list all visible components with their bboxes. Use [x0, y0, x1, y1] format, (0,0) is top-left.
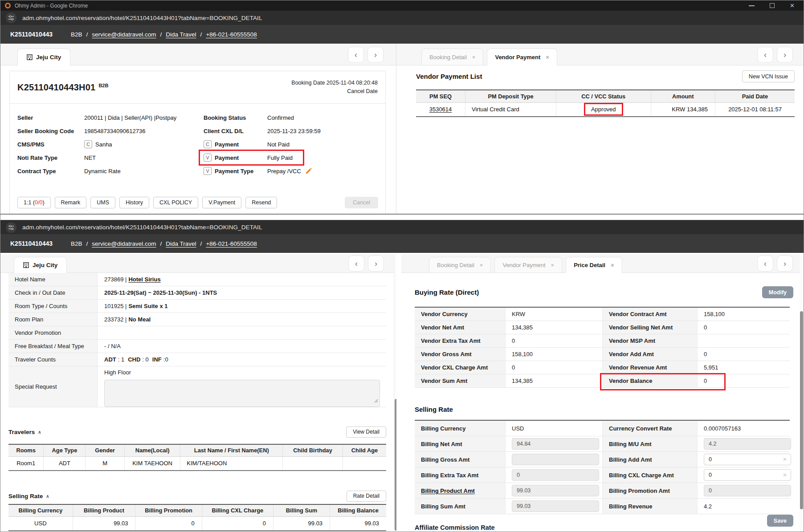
special-request-note: High Floor [104, 369, 131, 376]
b2b-badge: B2B [98, 83, 108, 88]
url-bar[interactable]: adm.ohmyhotel.com/reservation/hotel/K251… [0, 220, 804, 234]
billing-product-amt-input[interactable] [512, 485, 599, 496]
agency-name-link[interactable]: Dida Travel [166, 31, 196, 38]
window-title: Ohmy Admin - Google Chrome [15, 3, 88, 9]
billing-add-amt-label: Billing Add Amt [603, 452, 698, 467]
clear-input-icon[interactable]: ✕ [783, 456, 787, 463]
pager-buttons: ‹ › [757, 256, 793, 272]
tab-jeju-city[interactable]: Jeju City [17, 49, 70, 65]
tab-booking-detail[interactable]: Booking Detail × [421, 49, 483, 65]
close-icon[interactable]: ✕ [790, 3, 795, 8]
agency-email-link[interactable]: service@didatravel.com [92, 240, 156, 247]
edit-payment-type-icon[interactable] [305, 167, 312, 175]
next-page-button[interactable]: › [777, 256, 793, 272]
billing-cxl-charge-amt-input[interactable] [704, 469, 791, 481]
booking-header: K25110410443 B2B / service@didatravel.co… [0, 25, 804, 44]
billing-sum-amt-input[interactable] [512, 500, 599, 512]
next-page-button[interactable]: › [367, 47, 384, 63]
vcc-status-highlighted: Approved [584, 103, 623, 116]
save-button[interactable]: Save [767, 515, 793, 527]
left-scrollbar-track[interactable] [394, 254, 396, 532]
bottom-browser-content: Jeju City ‹ › Hotel Name 273869 | Hotel … [0, 254, 804, 532]
table-header-row: PM SEQ PM Deposit Type CC / VCC Status A… [416, 90, 795, 102]
billing-add-amt-input[interactable] [704, 454, 791, 465]
right-scrollbar-thumb[interactable] [800, 311, 803, 509]
tab-price-detail[interactable]: Price Detail × [566, 257, 622, 273]
collapse-icon[interactable]: ∧ [46, 494, 49, 499]
tab-close-icon[interactable]: × [480, 262, 483, 268]
prev-page-button[interactable]: ‹ [348, 256, 364, 272]
booking-number: K25110410443 [10, 240, 53, 247]
prev-page-button[interactable]: ‹ [757, 256, 773, 272]
special-request-textarea[interactable] [104, 380, 380, 407]
next-page-button[interactable]: › [777, 47, 793, 63]
billing-cxl-charge: 0 [202, 516, 273, 531]
v-payment-label: Payment [215, 154, 267, 161]
agency-email-link[interactable]: service@didatravel.com [92, 31, 156, 38]
agency-name-link[interactable]: Dida Travel [166, 240, 196, 247]
billing-product-amt-link[interactable]: Billing Product Amt [421, 487, 475, 494]
resend-button[interactable]: Resend [245, 197, 277, 208]
billing-mu-amt-input[interactable] [704, 438, 791, 450]
tab-close-icon[interactable]: × [551, 262, 555, 268]
vendor-payment-list-header: Vendor Payment List New VCN Issue [416, 70, 795, 82]
billing-extra-tax-amt-input[interactable] [512, 469, 599, 481]
v-payment-button[interactable]: V.Payment [202, 197, 241, 208]
prev-page-button[interactable]: ‹ [348, 47, 364, 63]
tab-booking-detail[interactable]: Booking Detail × [429, 257, 491, 273]
detail-tabstrip: Booking Detail × Vendor Payment × Price … [401, 254, 804, 273]
cxl-policy-button[interactable]: CXL POLICY [153, 197, 198, 208]
tab-close-icon[interactable]: × [611, 262, 614, 268]
one-to-one-button[interactable]: 1:1 (0/0) [17, 197, 51, 208]
url-bar[interactable]: adm.ohmyhotel.com/reservation/hotel/K251… [0, 11, 804, 25]
tab-close-icon[interactable]: × [472, 54, 476, 61]
vendor-promotion-label: Vendor Promotion [8, 326, 98, 339]
tab-jeju-city[interactable]: Jeju City [14, 257, 67, 273]
site-settings-icon[interactable] [6, 12, 16, 23]
tab-vendor-payment[interactable]: Vendor Payment × [494, 257, 562, 273]
hotel-name-link[interactable]: Hotel Sirius [128, 276, 160, 283]
billing-currency: USD [8, 516, 73, 531]
new-vcn-issue-button[interactable]: New VCN Issue [742, 70, 795, 82]
buying-rate-title: Buying Rate (Direct) [415, 288, 479, 296]
view-detail-button[interactable]: View Detail [346, 426, 386, 438]
pm-seq-link[interactable]: 3530614 [429, 106, 452, 113]
v-payment-highlight-box: V Payment Fully Paid [199, 150, 304, 166]
vendor-payment-table: PM SEQ PM Deposit Type CC / VCC Status A… [416, 89, 795, 117]
window-titlebar: Ohmy Admin - Google Chrome ✕ [0, 0, 804, 11]
rate-detail-button[interactable]: Rate Detail [347, 491, 386, 502]
room-plan-label: Room Plan [8, 313, 98, 326]
billing-cxl-charge-amt-label: Billing CXL Charge Amt [603, 467, 698, 483]
hotel-code: 273869 | [104, 276, 127, 283]
billing-net-amt-input[interactable] [512, 438, 599, 450]
cms-pms-value: Sanha [95, 141, 112, 148]
site-settings-icon[interactable] [6, 222, 16, 233]
building-icon [23, 262, 29, 268]
city-tabstrip: Jeju City ‹ › [0, 44, 396, 65]
next-page-button[interactable]: › [368, 256, 384, 272]
maximize-icon[interactable] [770, 3, 775, 8]
remark-button[interactable]: Remark [55, 197, 87, 208]
vendor-promotion-value [98, 326, 386, 339]
collapse-icon[interactable]: ∧ [38, 430, 41, 435]
right-scrollbar-track[interactable] [800, 254, 804, 532]
c-payment-label: Payment [215, 141, 267, 148]
cancel-button[interactable]: Cancel [345, 197, 378, 208]
billing-promotion-amt-input[interactable] [704, 485, 791, 496]
resize-grip-icon[interactable] [374, 398, 378, 404]
prev-page-button[interactable]: ‹ [757, 47, 773, 63]
travelers-section: Travelers ∧ View Detail Rooms Age Type G… [8, 425, 386, 471]
tab-vendor-payment[interactable]: Vendor Payment × [487, 49, 557, 65]
modify-button[interactable]: Modify [762, 286, 793, 298]
url-text: adm.ohmyhotel.com/reservation/hotel/K251… [22, 224, 262, 231]
clear-input-icon[interactable]: ✕ [783, 472, 787, 478]
traveler-name-en: KIM/TAEHOON [180, 456, 283, 471]
history-button[interactable]: History [119, 197, 149, 208]
tab-close-icon[interactable]: × [546, 54, 549, 61]
agency-phone-link[interactable]: +86-021-60555508 [206, 240, 257, 247]
ums-button[interactable]: UMS [90, 197, 115, 208]
left-scrollbar-thumb[interactable] [395, 399, 396, 531]
billing-gross-amt-input[interactable] [512, 454, 599, 465]
minimize-icon[interactable] [749, 5, 755, 6]
agency-phone-link[interactable]: +86-021-60555508 [206, 31, 257, 38]
